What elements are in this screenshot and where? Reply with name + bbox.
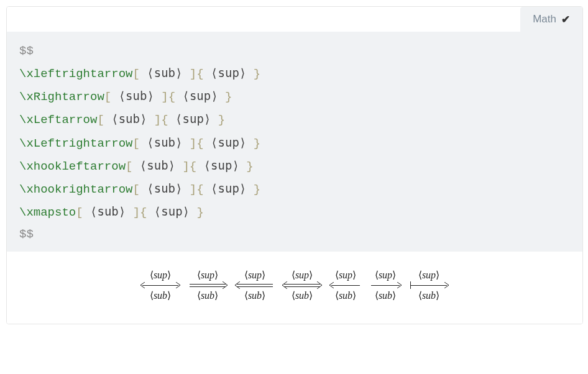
brace: { <box>168 90 183 104</box>
bracket: [ <box>97 113 111 127</box>
bracket: ] <box>126 206 140 219</box>
rendered-arrow: ⟨sup⟩⟨sub⟩ <box>190 269 226 301</box>
sub-label: ⟨sub⟩ <box>150 290 171 301</box>
placeholder-sup: ⟨sup⟩ <box>211 66 246 80</box>
sub-label: ⟨sub⟩ <box>197 290 218 301</box>
sub-label: ⟨sub⟩ <box>418 290 439 301</box>
code-line: \xRightarrow[ ⟨sub⟩ ]{ ⟨sup⟩ } <box>19 85 570 108</box>
rendered-arrow: ⟨sup⟩⟨sub⟩ <box>284 269 320 301</box>
sup-label: ⟨sup⟩ <box>418 269 439 281</box>
bracket: ] <box>154 90 168 104</box>
brace: { <box>196 137 211 150</box>
bracket: [ <box>104 90 119 104</box>
brace: } <box>246 137 260 150</box>
code-example-container: Math ✔ $$ \xleftrightarrow[ ⟨sub⟩ ]{ ⟨su… <box>6 6 583 324</box>
sub-label: ⟨sub⟩ <box>375 290 396 301</box>
placeholder-sup: ⟨sup⟩ <box>211 181 246 195</box>
rendered-arrow: ⟨sup⟩⟨sub⟩ <box>371 269 400 301</box>
brace: { <box>196 183 211 196</box>
brace: } <box>239 160 254 173</box>
bracket: ] <box>182 67 196 81</box>
code-line: \xhookleftarrow[ ⟨sub⟩ ]{ ⟨sup⟩ } <box>19 155 570 178</box>
brace: } <box>190 206 204 219</box>
rendered-arrow: ⟨sup⟩⟨sub⟩ <box>331 269 360 301</box>
latex-command: \xhookrightarrow <box>19 183 132 196</box>
placeholder-sup: ⟨sup⟩ <box>204 158 239 172</box>
bracket: [ <box>126 160 140 173</box>
hookleftarrow-icon <box>331 281 360 289</box>
hookrightarrow-icon <box>371 281 400 289</box>
latex-command: \xRightarrow <box>19 90 104 104</box>
bracket: [ <box>132 137 147 150</box>
brace: { <box>196 67 211 81</box>
placeholder-sub: ⟨sub⟩ <box>111 112 147 125</box>
render-output: ⟨sup⟩⟨sub⟩⟨sup⟩⟨sub⟩⟨sup⟩⟨sub⟩⟨sup⟩⟨sub⟩… <box>7 252 582 324</box>
sub-label: ⟨sub⟩ <box>244 290 265 301</box>
placeholder-sup: ⟨sup⟩ <box>175 112 211 125</box>
latex-command: \xLeftrightarrow <box>19 137 132 150</box>
math-delim-close: $$ <box>19 227 34 241</box>
sup-label: ⟨sup⟩ <box>292 269 313 281</box>
math-delim-open: $$ <box>19 44 34 58</box>
placeholder-sup: ⟨sup⟩ <box>211 135 246 149</box>
code-line: \xmapsto[ ⟨sub⟩ ]{ ⟨sup⟩ } <box>19 201 570 224</box>
bracket: ] <box>182 137 196 150</box>
code-line: \xhookrightarrow[ ⟨sub⟩ ]{ ⟨sup⟩ } <box>19 178 570 201</box>
bracket: [ <box>76 206 90 219</box>
placeholder-sub: ⟨sub⟩ <box>119 89 154 103</box>
placeholder-sub: ⟨sub⟩ <box>140 158 175 172</box>
brace: } <box>211 113 225 127</box>
placeholder-sup: ⟨sup⟩ <box>154 204 190 218</box>
bracket: ] <box>182 183 196 196</box>
sub-label: ⟨sub⟩ <box>292 290 313 301</box>
leftrightarrow-icon <box>142 281 178 289</box>
tab-bar: Math ✔ <box>7 7 582 32</box>
bracket: [ <box>132 183 147 196</box>
Leftrightarrow-icon <box>284 281 320 289</box>
brace: { <box>190 160 204 173</box>
Leftarrow-icon <box>237 281 273 289</box>
code-line: \xLeftrightarrow[ ⟨sub⟩ ]{ ⟨sup⟩ } <box>19 132 570 155</box>
rendered-arrow: ⟨sup⟩⟨sub⟩ <box>411 269 447 301</box>
latex-command: \xLeftarrow <box>19 113 97 127</box>
placeholder-sub: ⟨sub⟩ <box>147 135 182 149</box>
latex-command: \xhookleftarrow <box>19 160 126 173</box>
Rightarrow-icon <box>190 281 226 289</box>
brace: } <box>218 90 232 104</box>
placeholder-sub: ⟨sub⟩ <box>90 204 126 218</box>
placeholder-sub: ⟨sub⟩ <box>147 66 182 80</box>
sup-label: ⟨sup⟩ <box>197 269 218 281</box>
sup-label: ⟨sup⟩ <box>335 269 356 281</box>
brace: } <box>246 67 260 81</box>
placeholder-sup: ⟨sup⟩ <box>182 89 218 103</box>
brace: { <box>161 113 175 127</box>
rendered-arrow: ⟨sup⟩⟨sub⟩ <box>237 269 273 301</box>
placeholder-sub: ⟨sub⟩ <box>147 181 182 195</box>
brace: { <box>140 206 154 219</box>
code-block: $$ \xleftrightarrow[ ⟨sub⟩ ]{ ⟨sup⟩ }\xR… <box>7 32 582 252</box>
sub-label: ⟨sub⟩ <box>335 290 356 301</box>
sup-label: ⟨sup⟩ <box>244 269 265 281</box>
brace: } <box>246 183 260 196</box>
bracket: ] <box>147 113 161 127</box>
sup-label: ⟨sup⟩ <box>375 269 396 281</box>
latex-command: \xmapsto <box>19 206 76 219</box>
sup-label: ⟨sup⟩ <box>150 269 171 281</box>
bracket: ] <box>175 160 190 173</box>
code-line: \xleftrightarrow[ ⟨sub⟩ ]{ ⟨sup⟩ } <box>19 62 570 85</box>
tab-label: Math <box>533 13 556 25</box>
arrows-row: ⟨sup⟩⟨sub⟩⟨sup⟩⟨sub⟩⟨sup⟩⟨sub⟩⟨sup⟩⟨sub⟩… <box>142 269 447 301</box>
check-icon: ✔ <box>561 13 570 26</box>
bracket: [ <box>132 67 147 81</box>
mapsto-icon <box>411 281 447 289</box>
latex-command: \xleftrightarrow <box>19 67 132 81</box>
tab-math[interactable]: Math ✔ <box>520 7 582 32</box>
rendered-arrow: ⟨sup⟩⟨sub⟩ <box>142 269 178 301</box>
code-line: \xLeftarrow[ ⟨sub⟩ ]{ ⟨sup⟩ } <box>19 108 570 131</box>
